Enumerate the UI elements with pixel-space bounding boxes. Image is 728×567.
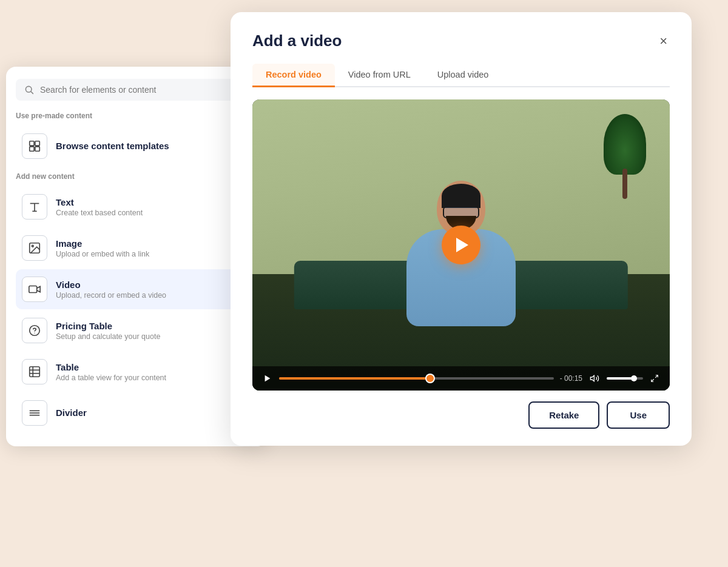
video-preview: - 00:15 xyxy=(252,99,670,391)
table-title: Table xyxy=(56,362,166,372)
video-icon xyxy=(22,277,47,302)
content-picker-panel: Use pre-made content Browse content temp… xyxy=(6,67,267,446)
image-icon xyxy=(22,235,47,261)
progress-fill xyxy=(279,377,430,380)
image-title: Image xyxy=(56,238,149,249)
svg-marker-20 xyxy=(265,375,271,382)
templates-title: Browse content templates xyxy=(56,141,169,151)
search-bar[interactable] xyxy=(16,79,257,101)
svg-rect-4 xyxy=(30,147,34,151)
tab-record[interactable]: Record video xyxy=(252,64,335,87)
progress-thumb xyxy=(426,375,434,382)
video-tabs: Record video Video from URL Upload video xyxy=(252,64,670,87)
scene-plant xyxy=(601,114,649,199)
pricing-icon xyxy=(22,318,47,343)
svg-line-22 xyxy=(655,375,658,378)
play-icon xyxy=(456,238,468,252)
section-premade-label: Use pre-made content xyxy=(16,112,257,120)
image-subtitle: Upload or embed with a link xyxy=(56,250,149,258)
search-icon xyxy=(24,85,34,95)
volume-thumb xyxy=(631,375,637,381)
svg-rect-3 xyxy=(35,141,39,146)
divider-title: Divider xyxy=(56,408,87,418)
menu-item-image[interactable]: Image Upload or embed with a link xyxy=(16,228,257,268)
text-subtitle: Create text based content xyxy=(56,209,143,217)
video-subtitle: Upload, record or embed a video xyxy=(56,291,166,300)
svg-rect-11 xyxy=(29,286,37,293)
menu-item-table[interactable]: Table Add a table view for your content xyxy=(16,352,257,392)
section-new-label: Add new content xyxy=(16,172,257,181)
volume-bar[interactable] xyxy=(607,377,643,380)
menu-item-text[interactable]: Text Create text based content xyxy=(16,187,257,227)
text-title: Text xyxy=(56,197,143,207)
svg-line-1 xyxy=(31,92,33,94)
svg-point-10 xyxy=(32,245,33,247)
tab-upload[interactable]: Upload video xyxy=(424,64,502,87)
divider-icon xyxy=(22,400,47,426)
table-subtitle: Add a table view for your content xyxy=(56,374,166,382)
svg-rect-13 xyxy=(30,367,40,377)
menu-item-divider[interactable]: Divider xyxy=(16,393,257,433)
modal-header: Add a video × xyxy=(252,32,670,50)
time-remaining: - 00:15 xyxy=(560,374,582,383)
plant-stem xyxy=(622,169,627,199)
close-button[interactable]: × xyxy=(657,32,670,50)
plant-leaves xyxy=(604,114,646,175)
text-icon xyxy=(22,194,47,220)
modal-title: Add a video xyxy=(252,32,342,50)
menu-item-templates[interactable]: Browse content templates xyxy=(16,126,257,166)
modal-footer: Retake Use xyxy=(252,401,670,429)
fullscreen-button[interactable] xyxy=(649,373,660,384)
menu-item-pricing[interactable]: Pricing Table Setup and calculate your q… xyxy=(16,310,257,351)
play-button[interactable] xyxy=(442,226,480,264)
retake-button[interactable]: Retake xyxy=(528,401,599,429)
add-video-modal: Add a video × Record video Video from UR… xyxy=(231,12,692,446)
template-icon xyxy=(22,133,47,159)
video-title: Video xyxy=(56,280,166,290)
video-controls: - 00:15 xyxy=(252,366,670,391)
volume-button[interactable] xyxy=(588,372,601,384)
tab-url[interactable]: Video from URL xyxy=(335,64,424,87)
svg-marker-21 xyxy=(590,375,594,381)
search-input[interactable] xyxy=(40,85,249,95)
progress-bar[interactable] xyxy=(279,377,554,380)
svg-line-23 xyxy=(652,379,654,381)
menu-item-video[interactable]: Video Upload, record or embed a video xyxy=(16,269,257,309)
use-button[interactable]: Use xyxy=(607,401,670,429)
play-pause-button[interactable] xyxy=(262,373,273,384)
svg-rect-2 xyxy=(30,141,34,146)
pricing-title: Pricing Table xyxy=(56,321,160,331)
table-icon xyxy=(22,359,47,384)
svg-rect-5 xyxy=(35,147,39,151)
pricing-subtitle: Setup and calculate your quote xyxy=(56,332,160,341)
volume-fill xyxy=(607,377,634,380)
